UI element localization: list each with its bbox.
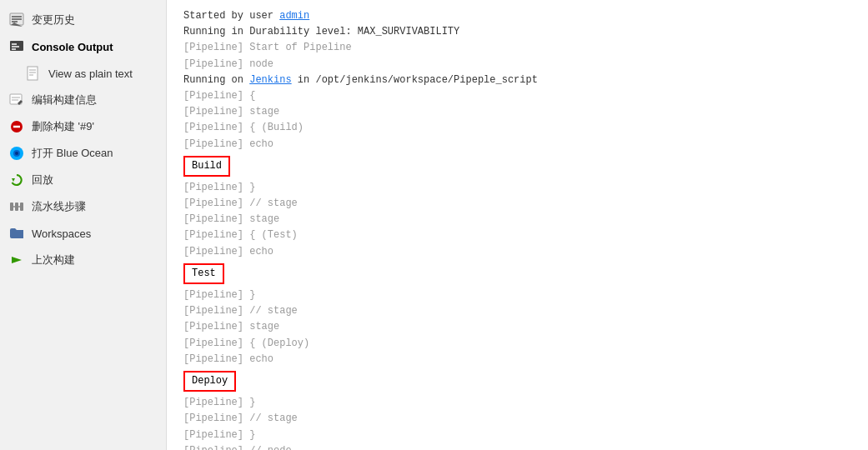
console-line: [Pipeline] echo bbox=[183, 244, 851, 260]
sidebar-item-label: Console Output bbox=[32, 41, 113, 53]
build-stage-box: Build bbox=[183, 156, 230, 177]
sidebar-item-last-build[interactable]: 上次构建 bbox=[0, 247, 166, 273]
sidebar-item-label: Workspaces bbox=[32, 228, 91, 240]
console-line: [Pipeline] } bbox=[183, 428, 851, 443]
sidebar-item-console[interactable]: Console Output bbox=[0, 33, 166, 60]
console-line: Running on Jenkins in /opt/jenkins/works… bbox=[183, 72, 851, 88]
sidebar-item-label: 上次构建 bbox=[32, 252, 75, 268]
pipeline-icon bbox=[8, 198, 25, 215]
pencil-icon bbox=[8, 92, 25, 108]
console-line: [Pipeline] // stage bbox=[183, 303, 851, 319]
folder-icon bbox=[8, 225, 25, 242]
sidebar-item-edit[interactable]: 编辑构建信息 bbox=[0, 87, 166, 113]
console-line: [Pipeline] { (Test) bbox=[183, 228, 851, 243]
console-line: [Pipeline] { (Build) bbox=[183, 120, 851, 136]
sidebar-item-replay[interactable]: 回放 bbox=[0, 167, 166, 193]
sidebar-item-label: 删除构建 '#9' bbox=[32, 119, 94, 134]
build-stage-line: Build bbox=[183, 154, 851, 178]
sidebar-item-delete[interactable]: 删除构建 '#9' bbox=[0, 113, 166, 140]
doc-icon bbox=[25, 65, 42, 82]
sidebar-item-plain-text[interactable]: View as plain text bbox=[0, 60, 166, 87]
console-line: [Pipeline] node bbox=[183, 57, 851, 72]
console-icon bbox=[8, 38, 25, 55]
svg-marker-28 bbox=[12, 257, 22, 263]
console-line: [Pipeline] // stage bbox=[183, 196, 851, 212]
svg-rect-25 bbox=[20, 202, 23, 211]
sidebar-item-label: View as plain text bbox=[48, 68, 133, 80]
console-line: [Pipeline] } bbox=[183, 180, 851, 196]
svg-point-21 bbox=[15, 152, 18, 155]
no-icon bbox=[8, 118, 25, 135]
svg-rect-9 bbox=[28, 67, 38, 80]
arrow-icon bbox=[8, 252, 25, 268]
replay-icon bbox=[8, 172, 25, 188]
console-line: [Pipeline] // stage bbox=[183, 411, 851, 427]
sidebar-item-workspaces[interactable]: Workspaces bbox=[0, 220, 166, 247]
deploy-stage-line: Deploy bbox=[183, 369, 851, 393]
svg-rect-23 bbox=[10, 202, 13, 211]
console-line: [Pipeline] stage bbox=[183, 212, 851, 228]
console-line: [Pipeline] { bbox=[183, 88, 851, 104]
console-line: [Pipeline] // node bbox=[183, 443, 851, 450]
console-line: [Pipeline] stage bbox=[183, 104, 851, 120]
console-line: [Pipeline] echo bbox=[183, 352, 851, 368]
console-line: Running in Durability level: MAX_SURVIVA… bbox=[183, 24, 851, 40]
console-line: [Pipeline] } bbox=[183, 395, 851, 411]
jenkins-link[interactable]: Jenkins bbox=[249, 74, 291, 86]
console-line: [Pipeline] } bbox=[183, 288, 851, 303]
sidebar-item-blueocean[interactable]: 打开 Blue Ocean bbox=[0, 140, 166, 167]
sidebar-item-label: 变更历史 bbox=[32, 12, 75, 28]
console-line: [Pipeline] { (Deploy) bbox=[183, 336, 851, 352]
svg-marker-22 bbox=[12, 178, 15, 182]
admin-link[interactable]: admin bbox=[279, 10, 309, 22]
sidebar-item-label: 编辑构建信息 bbox=[32, 92, 97, 108]
history-icon bbox=[8, 12, 25, 28]
console-line: [Pipeline] Start of Pipeline bbox=[183, 40, 851, 56]
sidebar-item-pipeline[interactable]: 流水线步骤 bbox=[0, 193, 166, 220]
ocean-icon bbox=[8, 145, 25, 162]
sidebar: 变更历史 Console Output View as plain text bbox=[0, 0, 167, 450]
sidebar-item-label: 打开 Blue Ocean bbox=[32, 146, 113, 161]
console-line: [Pipeline] stage bbox=[183, 319, 851, 335]
sidebar-item-label: 流水线步骤 bbox=[32, 199, 86, 214]
console-output-panel: Started by user admin Running in Durabil… bbox=[167, 0, 868, 450]
sidebar-item-label: 回放 bbox=[32, 172, 53, 188]
sidebar-item-history[interactable]: 变更历史 bbox=[0, 7, 166, 33]
console-line: [Pipeline] echo bbox=[183, 137, 851, 152]
console-line: Started by user admin bbox=[183, 8, 851, 24]
deploy-stage-box: Deploy bbox=[183, 371, 236, 392]
test-stage-box: Test bbox=[183, 263, 224, 284]
test-stage-line: Test bbox=[183, 262, 851, 286]
svg-rect-24 bbox=[15, 202, 18, 211]
